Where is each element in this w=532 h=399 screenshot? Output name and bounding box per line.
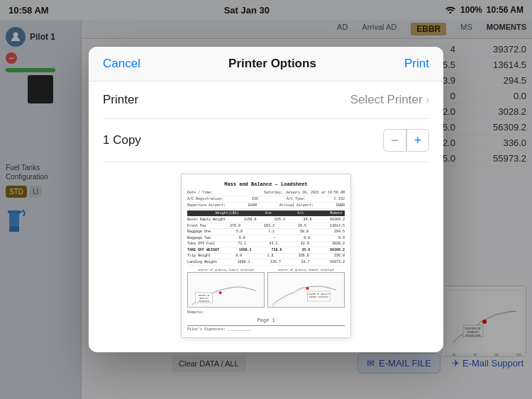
preview-data-row: Landing Weight 1600.1 126.7 34.7 55973.2 xyxy=(187,259,345,266)
preview-page: Mass and Balance – Loadsheet Date / Time… xyxy=(181,174,351,338)
preview-data-row: Baggage Two 0.0 — 0.0 0.0 xyxy=(187,235,345,242)
svg-text:CENTER OF: CENTER OF xyxy=(198,295,209,297)
preview-data-row: Baggage One 5.0 7.1 58.0 294.5 xyxy=(187,229,345,235)
svg-text:MOMENT ENVELOPE: MOMENT ENVELOPE xyxy=(309,296,328,298)
svg-point-15 xyxy=(219,291,222,294)
svg-text:CENTER OF GRAVITY: CENTER OF GRAVITY xyxy=(308,293,330,296)
modal-title: Printer Options xyxy=(228,57,316,71)
preview-signature: Pilot's Signature: ___________ xyxy=(187,325,345,332)
svg-point-20 xyxy=(306,287,309,290)
select-printer-text: Select Printer xyxy=(350,93,423,107)
preview-data-row: Trip Weight 8.0 1.8 336.0 336.0 xyxy=(187,254,345,260)
preview-ac-row: A/C Registration: ISX A/C Type: C 152 xyxy=(187,196,345,203)
svg-text:ENVELOPE: ENVELOPE xyxy=(199,300,209,303)
preview-airport-row: Departure Airport: EHAM Arrival Airport:… xyxy=(187,203,345,209)
preview-data-row: Front Pax 375.0 163.2 26.5 13614.5 xyxy=(187,223,345,230)
copy-stepper: − + xyxy=(383,129,429,152)
preview-data-row: Basic Empty Weight 1158.0 625.2 34.0 563… xyxy=(187,217,345,223)
preview-charts: Center of gravity limits envelope CENTER… xyxy=(187,269,345,308)
printer-row: Printer Select Printer › xyxy=(103,82,429,119)
svg-text:GRAVITY: GRAVITY xyxy=(199,298,209,300)
increment-button[interactable]: + xyxy=(406,129,429,152)
preview-page-label: Page 1 xyxy=(187,317,345,323)
copy-label: 1 Copy xyxy=(103,133,141,147)
print-button[interactable]: Print xyxy=(404,57,429,71)
preview-data-row: TAKE OFF WEIGHT 1608.1 728.6 35.0 56309.… xyxy=(187,247,345,254)
chevron-right-icon: › xyxy=(426,94,429,106)
preview-ac-reg: ISX xyxy=(252,197,258,201)
preview-datetime-row: Date / Time: Saturday, January 30, 2021 … xyxy=(187,190,345,196)
modal-header: Cancel Printer Options Print xyxy=(89,47,443,82)
preview-table-header: Weight(LBS) Arm A/c Moment xyxy=(187,210,345,216)
preview-arr-airport: EBBR xyxy=(336,203,345,208)
chart-gravity-limits: Center of gravity limits envelope CENTER… xyxy=(187,269,265,308)
preview-datetime: Saturday, January 30, 2021 at 10:56 AM xyxy=(264,191,345,195)
preview-area: Mass and Balance – Loadsheet Date / Time… xyxy=(103,162,429,352)
copy-row: 1 Copy − + xyxy=(103,119,429,162)
select-printer-button[interactable]: Select Printer › xyxy=(350,93,429,107)
preview-data-row: Take Off Fuel 72.1 43.1 42.0 3028.2 xyxy=(187,242,345,248)
preview-ac-type: C 152 xyxy=(334,197,345,201)
modal-body: Printer Select Printer › 1 Copy − + xyxy=(89,82,443,352)
cancel-button[interactable]: Cancel xyxy=(103,57,140,71)
printer-label: Printer xyxy=(103,93,138,107)
decrement-button[interactable]: − xyxy=(383,129,406,152)
chart-gravity-moment: Center of gravity moment envelope CENTER… xyxy=(267,269,345,308)
modal-overlay: Cancel Printer Options Print Printer Sel… xyxy=(0,0,532,399)
printer-options-modal: Cancel Printer Options Print Printer Sel… xyxy=(89,47,443,352)
preview-document-title: Mass and Balance – Loadsheet xyxy=(187,181,345,187)
preview-dep-airport: EHAM xyxy=(248,203,257,208)
preview-remarks: Remarks: xyxy=(187,310,345,315)
